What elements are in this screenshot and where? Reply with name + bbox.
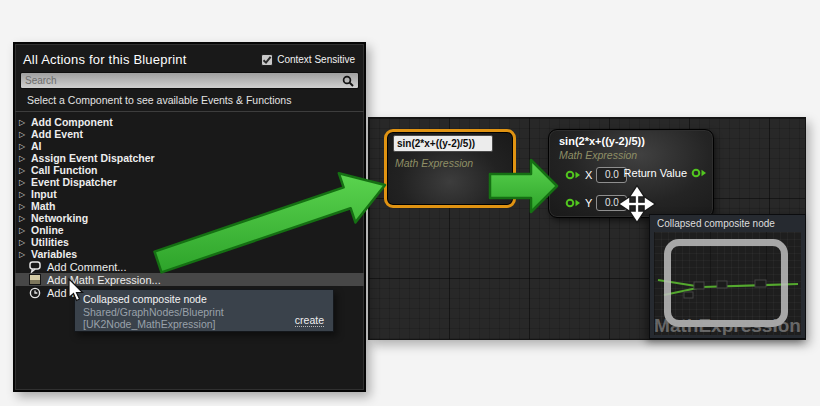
category-label: Math xyxy=(31,200,56,212)
output-pin-label: Return Value xyxy=(624,167,687,179)
expand-arrow-icon: ▷ xyxy=(19,118,28,127)
category-networking[interactable]: ▷Networking xyxy=(15,212,364,224)
menu-item-label: Add Math Expression... xyxy=(47,274,161,286)
panel-title: All Actions for this Blueprint xyxy=(23,52,187,67)
component-hint-text: Select a Component to see available Even… xyxy=(15,89,364,112)
category-call-function[interactable]: ▷Call Function xyxy=(15,164,364,176)
timeline-clock-icon xyxy=(29,287,41,299)
expand-arrow-icon: ▷ xyxy=(19,202,28,211)
expand-arrow-icon: ▷ xyxy=(19,154,28,163)
category-add-event[interactable]: ▷Add Event xyxy=(15,128,364,140)
screenshot-stage: All Actions for this Blueprint Context S… xyxy=(0,0,820,406)
category-label: Variables xyxy=(31,248,77,260)
search-box[interactable] xyxy=(20,72,359,89)
expression-input[interactable] xyxy=(393,135,493,152)
pin-icon xyxy=(565,169,581,181)
menu-item-label: Add Comment... xyxy=(47,261,126,273)
category-add-component[interactable]: ▷Add Component xyxy=(15,116,364,128)
category-online[interactable]: ▷Online xyxy=(15,224,364,236)
expand-arrow-icon: ▷ xyxy=(19,250,28,259)
input-pin-x[interactable]: X 0.0 xyxy=(565,167,627,183)
expand-arrow-icon: ▷ xyxy=(19,214,28,223)
menu-item-add-comment[interactable]: Add Comment... xyxy=(15,260,364,273)
expand-arrow-icon: ▷ xyxy=(19,178,28,187)
pin-value-y[interactable]: 0.0 xyxy=(596,195,627,211)
graph-watermark: MathExpression xyxy=(654,315,801,335)
node-subtitle: Math Expression xyxy=(395,157,473,169)
blueprint-graph-canvas[interactable]: Math Expression sin(2*x+((y-2)/5)) Math … xyxy=(368,117,806,340)
collapsed-node-preview-panel: Collapsed composite node MathExpression xyxy=(649,214,806,339)
expand-arrow-icon: ▷ xyxy=(19,130,28,139)
expand-arrow-icon: ▷ xyxy=(19,238,28,247)
input-pin-y[interactable]: Y 0.0 xyxy=(565,195,627,211)
pin-icon xyxy=(691,167,707,179)
category-list: ▷Add Component ▷Add Event ▷AI ▷Assign Ev… xyxy=(15,112,364,260)
tooltip-path: Shared/GraphNodes/Blueprint [UK2Node_Mat… xyxy=(83,306,325,330)
category-input[interactable]: ▷Input xyxy=(15,188,364,200)
category-utilities[interactable]: ▷Utilities xyxy=(15,236,364,248)
panel-header: All Actions for this Blueprint Context S… xyxy=(15,44,364,72)
pin-label: Y xyxy=(585,197,592,209)
category-label: Event Dispatcher xyxy=(31,176,117,188)
search-input[interactable] xyxy=(25,75,342,86)
checkmark-icon xyxy=(262,55,272,65)
category-label: Online xyxy=(31,224,64,236)
math-expression-node[interactable]: sin(2*x+((y-2)/5)) Math Expression X 0.0… xyxy=(548,129,714,218)
category-assign-event-dispatcher[interactable]: ▷Assign Event Dispatcher xyxy=(15,152,364,164)
preview-thumbnail: MathExpression xyxy=(654,232,801,335)
math-expression-node-editing[interactable]: Math Expression xyxy=(384,129,516,208)
search-icon xyxy=(342,75,354,87)
category-label: Utilities xyxy=(31,236,69,248)
menu-item-add-math-expression[interactable]: Add Math Expression... xyxy=(15,273,364,286)
expand-arrow-icon: ▷ xyxy=(19,166,28,175)
context-sensitive-checkbox[interactable] xyxy=(261,54,273,66)
context-sensitive-label: Context Sensitive xyxy=(277,54,355,65)
tooltip-create-hint: create xyxy=(295,314,324,327)
output-pin-return-value[interactable]: Return Value xyxy=(624,167,707,179)
tooltip-title: Collapsed composite node xyxy=(83,293,325,305)
all-actions-panel: All Actions for this Blueprint Context S… xyxy=(13,42,366,392)
category-event-dispatcher[interactable]: ▷Event Dispatcher xyxy=(15,176,364,188)
category-label: Add Component xyxy=(31,116,113,128)
expand-arrow-icon: ▷ xyxy=(19,142,28,151)
node-title: sin(2*x+((y-2)/5)) xyxy=(559,135,645,147)
category-label: Call Function xyxy=(31,164,98,176)
context-sensitive-toggle[interactable]: Context Sensitive xyxy=(261,54,355,66)
preview-title: Collapsed composite node xyxy=(650,215,805,229)
category-label: Input xyxy=(31,188,57,200)
node-subtitle: Math Expression xyxy=(559,149,637,161)
math-expression-icon xyxy=(29,274,41,285)
collapsed-node-boundary-frame xyxy=(664,239,788,327)
category-ai[interactable]: ▷AI xyxy=(15,140,364,152)
comment-icon xyxy=(29,261,41,273)
category-label: Add Event xyxy=(31,128,83,140)
expand-arrow-icon: ▷ xyxy=(19,226,28,235)
action-tooltip: Collapsed composite node Shared/GraphNod… xyxy=(74,289,334,332)
category-label: Networking xyxy=(31,212,88,224)
category-label: Assign Event Dispatcher xyxy=(31,152,155,164)
pin-icon xyxy=(565,197,581,209)
category-label: AI xyxy=(31,140,42,152)
category-math[interactable]: ▷Math xyxy=(15,200,364,212)
pin-label: X xyxy=(585,169,592,181)
category-variables[interactable]: ▷Variables xyxy=(15,248,364,260)
expand-arrow-icon: ▷ xyxy=(19,190,28,199)
